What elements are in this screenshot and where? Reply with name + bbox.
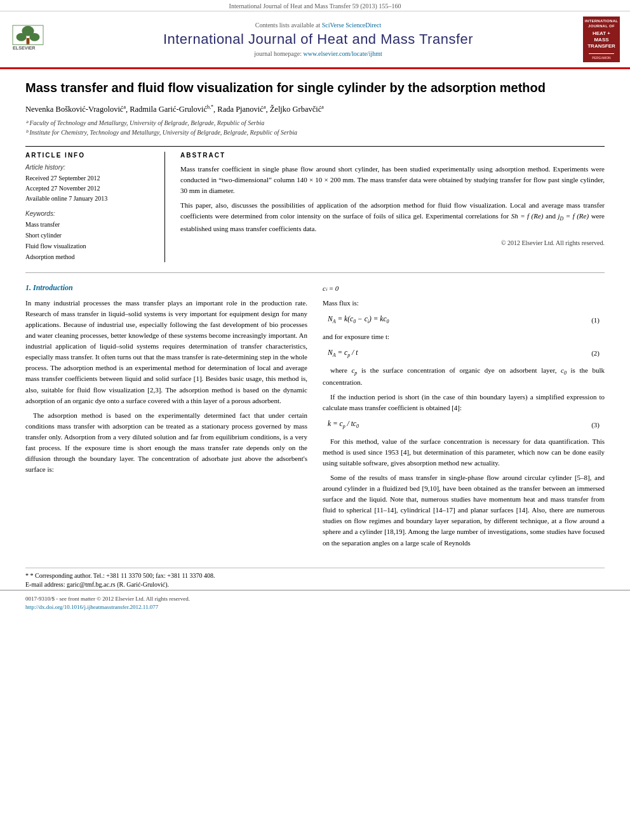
keywords-label: Keywords: [25, 210, 154, 217]
keyword-3: Fluid flow visualization [25, 241, 154, 251]
equation-2-block: NA = cp / t (2) [323, 347, 605, 360]
star-symbol: * [25, 572, 30, 579]
eq3-number: (3) [580, 420, 600, 430]
eq1-formula: NA = k(c0 − ci) = kc0 [328, 315, 389, 323]
keyword-4: Adsorption method [25, 251, 154, 262]
intro-body: In many industrial processes the mass tr… [25, 298, 307, 475]
sup-b: b,* [207, 104, 213, 110]
intro-para2: The adsorption method is based on the ex… [25, 410, 307, 475]
right-para-method: For this method, value of the surface co… [323, 436, 605, 469]
journal-logo-box: INTERNATIONAL JOURNAL OF HEAT + MASSTRAN… [583, 17, 620, 62]
contents-line: Contents lists available at SciVerse Sci… [61, 22, 575, 29]
affiliation-b: ᵇ Institute for Chemistry, Technology an… [25, 128, 605, 137]
history-label: Article history: [25, 164, 154, 171]
doi-link[interactable]: http://dx.doi.org/10.1016/j.ijheatmasstr… [25, 604, 158, 610]
sciverse-link[interactable]: SciVerse ScienceDirect [322, 22, 382, 29]
equation-1-block: NA = k(c0 − ci) = kc0 (1) [323, 314, 605, 326]
equation-3-block: k = cp / tc0 (3) [323, 418, 605, 431]
svg-text:ELSEVIER: ELSEVIER [13, 45, 36, 51]
keywords-list: Mass transfer Short cylinder Fluid flow … [25, 219, 154, 262]
footnote-section: * * Corresponding author. Tel.: +381 11 … [25, 568, 605, 588]
sup-a3: a [321, 104, 324, 110]
article-info-heading: ARTICLE INFO [25, 152, 154, 159]
email-note: E-mail address: garic@tmf.bg.ac.rs (R. G… [25, 581, 605, 588]
keyword-1: Mass transfer [25, 219, 154, 230]
ci-equation: cᵢ = 0 [323, 283, 605, 294]
intro-title: 1. Introduction [25, 283, 307, 293]
available-date: Available online 7 January 2013 [25, 194, 154, 204]
corresponding-note: * * Corresponding author. Tel.: +381 11 … [25, 572, 605, 579]
sup-a2: a [264, 104, 266, 110]
abstract-para1: Mass transfer coefficient in single phas… [180, 164, 605, 196]
body-right: cᵢ = 0 Mass flux is: NA = k(c0 − ci) = k… [323, 283, 605, 552]
journal-header: ELSEVIER Contents lists available at Sci… [0, 11, 630, 69]
abstract-text: Mass transfer coefficient in single phas… [180, 164, 605, 234]
info-dates: Received 27 September 2012 Accepted 27 N… [25, 173, 154, 204]
copyright-line: © 2012 Elsevier Ltd. All rights reserved… [180, 239, 605, 246]
doi-note: http://dx.doi.org/10.1016/j.ijheatmasstr… [25, 604, 605, 610]
formula-sh: Sh = f (Re) [511, 212, 544, 220]
top-strip-text: International Journal of Heat and Mass T… [229, 3, 401, 10]
homepage-url: www.elsevier.com/locate/ijhmt [303, 50, 382, 57]
right-text: cᵢ = 0 Mass flux is: NA = k(c0 − ci) = k… [323, 283, 605, 548]
affiliation-a: ᵃ Faculty of Technology and Metallurgy, … [25, 118, 605, 128]
journal-title: International Journal of Heat and Mass T… [61, 31, 575, 48]
issn-note: 0017-9310/$ - see front matter © 2012 El… [25, 596, 605, 602]
equation-3-content: k = cp / tc0 [328, 418, 580, 431]
eq1-number: (1) [580, 315, 600, 326]
right-para-cp: where cp is the surface concentration of… [323, 365, 605, 389]
right-para-induction: If the induction period is short (in the… [323, 392, 605, 413]
journal-logo-right: INTERNATIONAL JOURNAL OF HEAT + MASSTRAN… [575, 17, 620, 62]
sup-a: a [123, 104, 126, 110]
article-info-col: ARTICLE INFO Article history: Received 2… [25, 152, 165, 262]
elsevier-logo: ELSEVIER [10, 22, 61, 57]
svg-point-3 [29, 33, 39, 41]
eq2-formula: NA = cp / t [328, 349, 358, 356]
eq2-number: (2) [580, 348, 600, 359]
exposure-label: and for exposure time t: [323, 331, 605, 342]
section-divider [25, 272, 605, 273]
body-columns: 1. Introduction In many industrial proce… [25, 283, 605, 552]
equation-2-content: NA = cp / t [328, 347, 580, 360]
main-content: Mass transfer and fluid flow visualizati… [0, 69, 630, 568]
top-strip: International Journal of Heat and Mass T… [0, 0, 630, 11]
svg-point-2 [17, 33, 27, 41]
received-date: Received 27 September 2012 [25, 173, 154, 183]
intro-para1: In many industrial processes the mass tr… [25, 298, 307, 406]
info-abstract-section: ARTICLE INFO Article history: Received 2… [25, 146, 605, 262]
authors: Nevenka Bošković-Vragolovića, Radmila Ga… [25, 104, 605, 114]
logo-heat: HEAT + MASSTRANSFER [586, 30, 617, 50]
abstract-col: ABSTRACT Mass transfer coefficient in si… [180, 152, 605, 262]
formula-jd: jD = f (Re) [558, 212, 589, 220]
svg-rect-4 [27, 38, 30, 44]
journal-center: Contents lists available at SciVerse Sci… [61, 22, 575, 57]
eq3-formula: k = cp / tc0 [328, 420, 359, 427]
right-para-results: Some of the results of mass transfer in … [323, 472, 605, 548]
affiliations: ᵃ Faculty of Technology and Metallurgy, … [25, 118, 605, 137]
abstract-heading: ABSTRACT [180, 152, 605, 159]
mass-flux-label: Mass flux is: [323, 298, 605, 309]
equation-1-content: NA = k(c0 − ci) = kc0 [328, 314, 580, 326]
accepted-date: Accepted 27 November 2012 [25, 183, 154, 194]
abstract-para2: This paper, also, discusses the possibil… [180, 200, 605, 234]
logo-title: INTERNATIONAL JOURNAL OF [585, 19, 618, 29]
homepage-line: journal homepage: www.elsevier.com/locat… [61, 50, 575, 57]
article-title: Mass transfer and fluid flow visualizati… [25, 79, 605, 97]
page-footer: 0017-9310/$ - see front matter © 2012 El… [0, 590, 630, 615]
keyword-2: Short cylinder [25, 230, 154, 241]
logo-publisher: PERGAMON [592, 56, 610, 60]
body-left: 1. Introduction In many industrial proce… [25, 283, 307, 552]
